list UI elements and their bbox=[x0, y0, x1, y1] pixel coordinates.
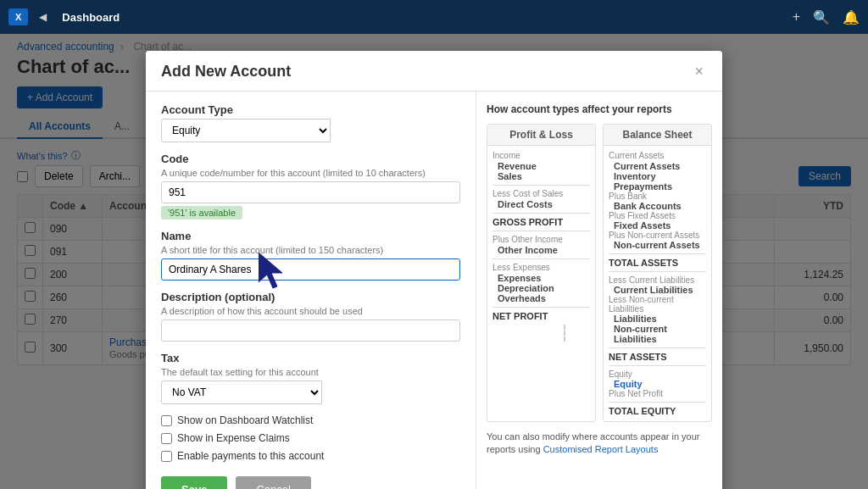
depreciation-item: Depreciation bbox=[492, 283, 590, 293]
code-input[interactable] bbox=[161, 181, 460, 203]
expenses-label: Less Expenses bbox=[492, 263, 590, 272]
code-hint: A unique code/number for this account (l… bbox=[161, 168, 460, 178]
add-icon[interactable]: + bbox=[793, 9, 800, 25]
info-panels: Profit & Loss Income Revenue Sales Less … bbox=[487, 124, 712, 422]
expenses-item: Expenses bbox=[492, 273, 590, 283]
profit-loss-panel: Profit & Loss Income Revenue Sales Less … bbox=[487, 124, 596, 422]
tax-label: Tax bbox=[161, 352, 460, 364]
non-current-assets-item: Non-current Assets bbox=[609, 240, 706, 250]
notification-icon[interactable]: 🔔 bbox=[843, 9, 860, 25]
modal-footer: Save Cancel bbox=[161, 468, 460, 489]
inventory-item: Inventory bbox=[609, 171, 706, 181]
watchlist-label: Show on Dashboard Watchlist bbox=[177, 414, 313, 426]
revenue-item: Revenue bbox=[492, 161, 590, 171]
net-profit-label: NET PROFIT bbox=[492, 311, 590, 321]
expense-label: Show in Expense Claims bbox=[177, 432, 290, 444]
code-group: Code A unique code/number for this accou… bbox=[161, 153, 460, 219]
balance-sheet-body: Current Assets Current Assets Inventory … bbox=[604, 146, 711, 421]
account-type-label: Account Type bbox=[161, 103, 460, 116]
name-hint: A short title for this account (limited … bbox=[161, 245, 460, 255]
expense-checkbox[interactable] bbox=[161, 433, 172, 444]
description-label: Description (optional) bbox=[161, 291, 460, 303]
description-input[interactable] bbox=[161, 320, 460, 342]
modal-title: Add New Account bbox=[161, 63, 291, 81]
add-account-modal: Add New Account × Account Type Equity bbox=[146, 51, 722, 489]
equity-item: Equity bbox=[609, 379, 706, 389]
profit-loss-body: Income Revenue Sales Less Cost of Sales … bbox=[487, 146, 595, 350]
tax-group: Tax The default tax setting for this acc… bbox=[161, 352, 460, 404]
current-liabilities-item: Current Liabilities bbox=[609, 285, 706, 295]
non-current-liabilities-item: Non-current Liabilities bbox=[609, 324, 706, 344]
code-available-badge: '951' is available bbox=[161, 206, 242, 219]
balance-sheet-header: Balance Sheet bbox=[604, 125, 711, 146]
save-button[interactable]: Save bbox=[161, 476, 227, 489]
top-bar-right: + 🔍 🔔 bbox=[793, 9, 860, 25]
tax-select[interactable]: No VAT bbox=[161, 381, 322, 404]
plus-net-profit-label: Plus Net Profit bbox=[609, 389, 706, 398]
checkbox-payments-row: Enable payments to this account bbox=[161, 450, 460, 462]
modal-overlay: Add New Account × Account Type Equity bbox=[0, 34, 868, 489]
modal-info-panel: How account types affect your reports Pr… bbox=[476, 92, 722, 489]
checkbox-expense-row: Show in Expense Claims bbox=[161, 432, 460, 444]
less-non-current-liabilities-label: Less Non-current Liabilities bbox=[609, 295, 706, 314]
info-heading: How account types affect your reports bbox=[487, 103, 712, 115]
less-cos-label: Less Cost of Sales bbox=[492, 189, 590, 198]
modal-form: Account Type Equity Code A unique code/n… bbox=[146, 92, 476, 489]
code-label: Code bbox=[161, 153, 460, 165]
account-type-select-wrap: Equity bbox=[161, 119, 460, 142]
modal-header: Add New Account × bbox=[146, 51, 722, 92]
name-label: Name bbox=[161, 230, 460, 242]
top-bar-left: X ◀ Dashboard bbox=[8, 8, 120, 25]
gross-profit-label: GROSS PROFIT bbox=[492, 217, 590, 227]
profit-loss-header: Profit & Loss bbox=[487, 125, 595, 146]
nav-arrow[interactable]: ◀ bbox=[39, 11, 47, 23]
cancel-button[interactable]: Cancel bbox=[236, 476, 310, 489]
plus-fixed-assets-label: Plus Fixed Assets bbox=[609, 211, 706, 220]
plus-bank-label: Plus Bank bbox=[609, 192, 706, 201]
search-icon[interactable]: 🔍 bbox=[813, 9, 830, 25]
total-equity-label: TOTAL EQUITY bbox=[609, 406, 706, 416]
current-assets-item: Current Assets bbox=[609, 161, 706, 171]
account-type-group: Account Type Equity bbox=[161, 103, 460, 142]
payments-checkbox[interactable] bbox=[161, 451, 172, 462]
customised-layouts-link[interactable]: Customised Report Layouts bbox=[543, 444, 659, 454]
page-background: Advanced accounting › Chart of ac... Cha… bbox=[0, 34, 868, 489]
equity-section-label: Equity bbox=[609, 370, 706, 379]
name-input[interactable] bbox=[161, 258, 460, 281]
modal-close-button[interactable]: × bbox=[691, 63, 707, 81]
current-assets-label: Current Assets bbox=[609, 151, 706, 160]
info-footer-text: You can also modify where accounts appea… bbox=[487, 431, 712, 457]
total-assets-label: TOTAL ASSETS bbox=[609, 258, 706, 268]
name-group: Name A short title for this account (lim… bbox=[161, 230, 460, 281]
watchlist-checkbox[interactable] bbox=[161, 415, 172, 426]
income-label: Income bbox=[492, 151, 590, 160]
tax-select-wrap: No VAT bbox=[161, 381, 460, 404]
less-current-liabilities-label: Less Current Liabilities bbox=[609, 275, 706, 285]
other-income-label: Plus Other Income bbox=[492, 235, 590, 244]
payments-label: Enable payments to this account bbox=[177, 450, 324, 462]
prepayments-item: Prepayments bbox=[609, 181, 706, 192]
other-income-item: Other Income bbox=[492, 245, 590, 255]
app-logo[interactable]: X bbox=[8, 8, 28, 25]
tax-hint: The default tax setting for this account bbox=[161, 367, 460, 377]
top-bar: X ◀ Dashboard + 🔍 🔔 bbox=[0, 0, 868, 34]
dashboard-link[interactable]: Dashboard bbox=[62, 11, 120, 24]
sales-item: Sales bbox=[492, 171, 590, 181]
modal-body: Account Type Equity Code A unique code/n… bbox=[146, 92, 722, 489]
balance-sheet-panel: Balance Sheet Current Assets Current Ass… bbox=[603, 124, 712, 422]
description-group: Description (optional) A description of … bbox=[161, 291, 460, 342]
bank-accounts-item: Bank Accounts bbox=[609, 201, 706, 211]
plus-non-current-label: Plus Non-current Assets bbox=[609, 231, 706, 240]
account-type-select[interactable]: Equity bbox=[161, 119, 331, 142]
fixed-assets-item: Fixed Assets bbox=[609, 220, 706, 231]
description-hint: A description of how this account should… bbox=[161, 306, 460, 316]
direct-costs-item: Direct Costs bbox=[492, 199, 590, 209]
net-assets-label: NET ASSETS bbox=[609, 352, 706, 362]
overheads-item: Overheads bbox=[492, 293, 590, 303]
liabilities-item: Liabilities bbox=[609, 314, 706, 324]
checkbox-watchlist-row: Show on Dashboard Watchlist bbox=[161, 414, 460, 426]
